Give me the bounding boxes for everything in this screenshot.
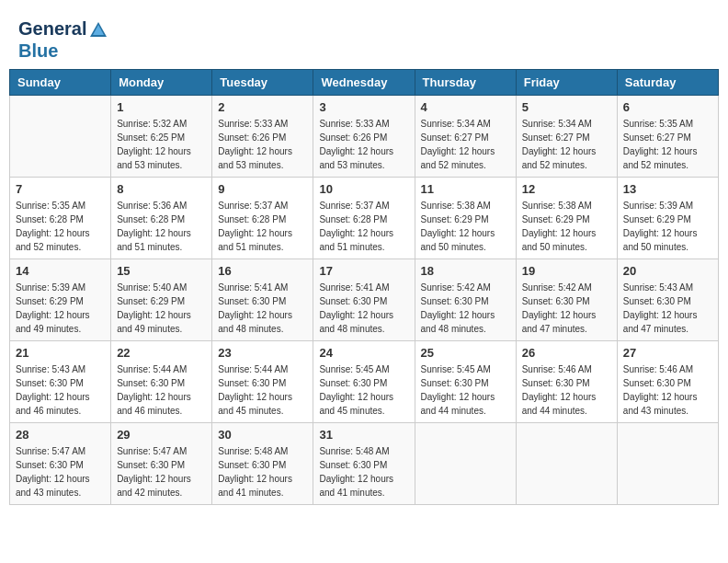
day-number: 5 — [522, 100, 611, 114]
weekday-header-friday: Friday — [516, 69, 617, 95]
day-info: Sunrise: 5:39 AMSunset: 6:29 PMDaylight:… — [16, 281, 105, 336]
day-cell: 20Sunrise: 5:43 AMSunset: 6:30 PMDayligh… — [617, 259, 718, 340]
day-cell: 27Sunrise: 5:46 AMSunset: 6:30 PMDayligh… — [617, 340, 718, 422]
logo-text: General Blue — [18, 18, 108, 61]
day-number: 19 — [522, 264, 611, 278]
day-info: Sunrise: 5:47 AMSunset: 6:30 PMDaylight:… — [16, 444, 105, 500]
day-cell: 5Sunrise: 5:34 AMSunset: 6:27 PMDaylight… — [516, 95, 617, 177]
day-number: 12 — [522, 182, 611, 196]
day-cell: 1Sunrise: 5:32 AMSunset: 6:25 PMDaylight… — [111, 95, 212, 177]
weekday-header-saturday: Saturday — [617, 69, 718, 95]
day-number: 4 — [421, 100, 510, 114]
day-number: 30 — [218, 428, 307, 442]
day-cell: 17Sunrise: 5:41 AMSunset: 6:30 PMDayligh… — [313, 259, 415, 340]
day-info: Sunrise: 5:43 AMSunset: 6:30 PMDaylight:… — [623, 281, 712, 336]
day-cell — [516, 422, 617, 504]
day-number: 28 — [16, 428, 105, 442]
weekday-header-monday: Monday — [111, 69, 212, 95]
week-row-2: 7Sunrise: 5:35 AMSunset: 6:28 PMDaylight… — [10, 177, 719, 259]
day-cell: 2Sunrise: 5:33 AMSunset: 6:26 PMDaylight… — [212, 95, 313, 177]
logo: General Blue — [18, 18, 108, 61]
week-row-5: 28Sunrise: 5:47 AMSunset: 6:30 PMDayligh… — [10, 422, 719, 504]
header: General Blue — [9, 9, 719, 65]
day-number: 29 — [117, 428, 206, 442]
day-info: Sunrise: 5:39 AMSunset: 6:29 PMDaylight:… — [623, 199, 712, 254]
day-cell: 29Sunrise: 5:47 AMSunset: 6:30 PMDayligh… — [111, 422, 212, 504]
day-number: 27 — [623, 346, 712, 360]
day-info: Sunrise: 5:44 AMSunset: 6:30 PMDaylight:… — [117, 362, 206, 418]
day-info: Sunrise: 5:43 AMSunset: 6:30 PMDaylight:… — [16, 362, 105, 418]
day-cell: 11Sunrise: 5:38 AMSunset: 6:29 PMDayligh… — [415, 177, 516, 259]
day-cell: 16Sunrise: 5:41 AMSunset: 6:30 PMDayligh… — [212, 259, 313, 340]
day-number: 26 — [522, 346, 611, 360]
logo-blue: Blue — [18, 40, 108, 61]
day-cell: 19Sunrise: 5:42 AMSunset: 6:30 PMDayligh… — [516, 259, 617, 340]
day-number: 23 — [218, 346, 307, 360]
day-cell: 12Sunrise: 5:38 AMSunset: 6:29 PMDayligh… — [516, 177, 617, 259]
day-info: Sunrise: 5:42 AMSunset: 6:30 PMDaylight:… — [522, 281, 611, 336]
day-number: 22 — [117, 346, 206, 360]
day-cell: 25Sunrise: 5:45 AMSunset: 6:30 PMDayligh… — [415, 340, 516, 422]
day-info: Sunrise: 5:45 AMSunset: 6:30 PMDaylight:… — [421, 362, 510, 418]
day-info: Sunrise: 5:36 AMSunset: 6:28 PMDaylight:… — [117, 199, 206, 254]
day-info: Sunrise: 5:46 AMSunset: 6:30 PMDaylight:… — [522, 362, 611, 418]
day-info: Sunrise: 5:33 AMSunset: 6:26 PMDaylight:… — [319, 117, 408, 172]
day-cell: 18Sunrise: 5:42 AMSunset: 6:30 PMDayligh… — [415, 259, 516, 340]
day-cell: 10Sunrise: 5:37 AMSunset: 6:28 PMDayligh… — [313, 177, 415, 259]
weekday-header-sunday: Sunday — [10, 69, 111, 95]
weekday-header-wednesday: Wednesday — [313, 69, 415, 95]
day-number: 20 — [623, 264, 712, 278]
day-number: 25 — [421, 346, 510, 360]
day-info: Sunrise: 5:48 AMSunset: 6:30 PMDaylight:… — [218, 444, 307, 500]
day-info: Sunrise: 5:33 AMSunset: 6:26 PMDaylight:… — [218, 117, 307, 172]
day-number: 16 — [218, 264, 307, 278]
day-info: Sunrise: 5:41 AMSunset: 6:30 PMDaylight:… — [218, 281, 307, 336]
day-cell: 23Sunrise: 5:44 AMSunset: 6:30 PMDayligh… — [212, 340, 313, 422]
day-number: 10 — [319, 182, 408, 196]
day-info: Sunrise: 5:45 AMSunset: 6:30 PMDaylight:… — [319, 362, 408, 418]
day-info: Sunrise: 5:32 AMSunset: 6:25 PMDaylight:… — [117, 117, 206, 172]
day-info: Sunrise: 5:48 AMSunset: 6:30 PMDaylight:… — [319, 444, 408, 500]
day-number: 9 — [218, 182, 307, 196]
day-number: 11 — [421, 182, 510, 196]
calendar-table: SundayMondayTuesdayWednesdayThursdayFrid… — [9, 69, 719, 505]
day-info: Sunrise: 5:42 AMSunset: 6:30 PMDaylight:… — [421, 281, 510, 336]
day-cell: 28Sunrise: 5:47 AMSunset: 6:30 PMDayligh… — [10, 422, 111, 504]
day-number: 8 — [117, 182, 206, 196]
week-row-3: 14Sunrise: 5:39 AMSunset: 6:29 PMDayligh… — [10, 259, 719, 340]
day-info: Sunrise: 5:37 AMSunset: 6:28 PMDaylight:… — [319, 199, 408, 254]
day-number: 21 — [16, 346, 105, 360]
day-cell: 7Sunrise: 5:35 AMSunset: 6:28 PMDaylight… — [10, 177, 111, 259]
day-info: Sunrise: 5:35 AMSunset: 6:28 PMDaylight:… — [16, 199, 105, 254]
day-info: Sunrise: 5:44 AMSunset: 6:30 PMDaylight:… — [218, 362, 307, 418]
day-cell: 14Sunrise: 5:39 AMSunset: 6:29 PMDayligh… — [10, 259, 111, 340]
day-number: 24 — [319, 346, 408, 360]
week-row-4: 21Sunrise: 5:43 AMSunset: 6:30 PMDayligh… — [10, 340, 719, 422]
day-number: 18 — [421, 264, 510, 278]
day-cell: 21Sunrise: 5:43 AMSunset: 6:30 PMDayligh… — [10, 340, 111, 422]
day-info: Sunrise: 5:40 AMSunset: 6:29 PMDaylight:… — [117, 281, 206, 336]
day-cell — [10, 95, 111, 177]
day-cell: 3Sunrise: 5:33 AMSunset: 6:26 PMDaylight… — [313, 95, 415, 177]
day-info: Sunrise: 5:35 AMSunset: 6:27 PMDaylight:… — [623, 117, 712, 172]
day-info: Sunrise: 5:38 AMSunset: 6:29 PMDaylight:… — [522, 199, 611, 254]
day-info: Sunrise: 5:34 AMSunset: 6:27 PMDaylight:… — [421, 117, 510, 172]
week-row-1: 1Sunrise: 5:32 AMSunset: 6:25 PMDaylight… — [10, 95, 719, 177]
day-number: 17 — [319, 264, 408, 278]
weekday-header-tuesday: Tuesday — [212, 69, 313, 95]
day-cell: 31Sunrise: 5:48 AMSunset: 6:30 PMDayligh… — [313, 422, 415, 504]
day-info: Sunrise: 5:37 AMSunset: 6:28 PMDaylight:… — [218, 199, 307, 254]
day-info: Sunrise: 5:46 AMSunset: 6:30 PMDaylight:… — [623, 362, 712, 418]
weekday-header-thursday: Thursday — [415, 69, 516, 95]
weekday-header-row: SundayMondayTuesdayWednesdayThursdayFrid… — [10, 69, 719, 95]
day-number: 7 — [16, 182, 105, 196]
day-number: 6 — [623, 100, 712, 114]
day-cell — [415, 422, 516, 504]
day-info: Sunrise: 5:41 AMSunset: 6:30 PMDaylight:… — [319, 281, 408, 336]
day-cell: 22Sunrise: 5:44 AMSunset: 6:30 PMDayligh… — [111, 340, 212, 422]
day-cell: 30Sunrise: 5:48 AMSunset: 6:30 PMDayligh… — [212, 422, 313, 504]
day-info: Sunrise: 5:34 AMSunset: 6:27 PMDaylight:… — [522, 117, 611, 172]
day-cell: 4Sunrise: 5:34 AMSunset: 6:27 PMDaylight… — [415, 95, 516, 177]
day-number: 15 — [117, 264, 206, 278]
day-number: 14 — [16, 264, 105, 278]
